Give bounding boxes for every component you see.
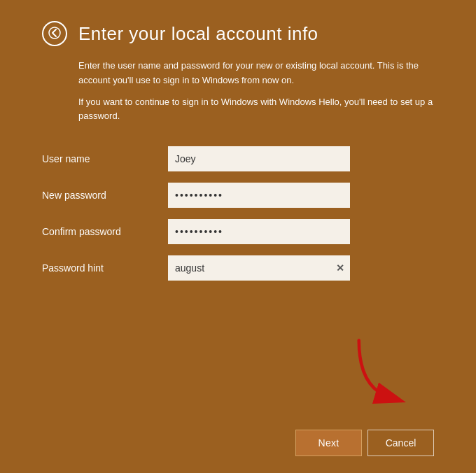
- description-line2: If you want to continue to sign in to Wi…: [78, 95, 434, 125]
- new-password-input[interactable]: [168, 183, 350, 208]
- arrow-area: [350, 337, 406, 410]
- page-container: Enter your local account info Enter the …: [0, 0, 476, 473]
- hint-input[interactable]: [168, 255, 350, 281]
- confirm-password-label: Confirm password: [42, 226, 168, 237]
- cancel-button[interactable]: Cancel: [368, 430, 434, 456]
- header: Enter your local account info: [42, 21, 434, 46]
- form-section: User name New password Confirm password …: [42, 146, 434, 292]
- description-line1: Enter the user name and password for you…: [78, 59, 434, 88]
- back-arrow-icon: [48, 27, 61, 41]
- arrow-icon: [350, 337, 406, 407]
- hint-label: Password hint: [42, 262, 168, 274]
- button-row: Next Cancel: [295, 430, 434, 456]
- new-password-row: New password: [42, 183, 434, 208]
- hint-wrapper: ✕: [168, 255, 350, 281]
- confirm-password-row: Confirm password: [42, 219, 434, 244]
- username-row: User name: [42, 146, 434, 171]
- username-label: User name: [42, 153, 168, 164]
- description: Enter the user name and password for you…: [42, 59, 434, 131]
- clear-hint-button[interactable]: ✕: [336, 263, 344, 273]
- next-button[interactable]: Next: [295, 430, 362, 456]
- svg-point-0: [49, 27, 60, 38]
- page-title: Enter your local account info: [78, 23, 318, 45]
- hint-row: Password hint ✕: [42, 255, 434, 281]
- confirm-password-input[interactable]: [168, 219, 350, 244]
- username-input[interactable]: [168, 146, 350, 171]
- back-button[interactable]: [42, 21, 67, 46]
- new-password-label: New password: [42, 190, 168, 201]
